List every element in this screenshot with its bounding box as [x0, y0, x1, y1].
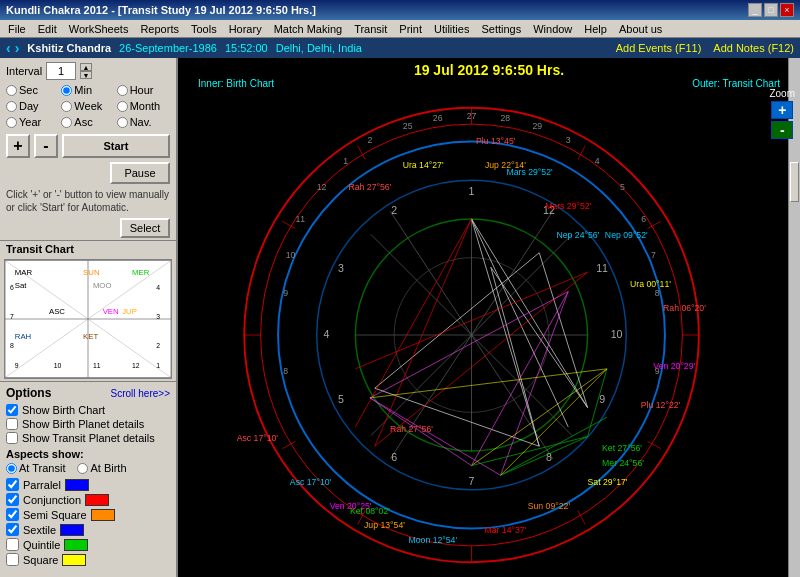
aspect-sextile: Sextile [6, 523, 170, 536]
menu-print[interactable]: Print [393, 22, 428, 36]
pause-row: Pause [0, 162, 176, 186]
menu-help[interactable]: Help [578, 22, 613, 36]
svg-text:Rah 06°20': Rah 06°20' [663, 303, 706, 313]
scroll-here-link[interactable]: Scroll here>> [111, 388, 170, 399]
show-transit-planet-checkbox[interactable] [6, 432, 18, 444]
svg-text:9: 9 [283, 288, 288, 298]
svg-text:6: 6 [10, 284, 14, 291]
radio-asc[interactable]: Asc [61, 116, 114, 128]
interval-input[interactable] [46, 62, 76, 80]
show-transit-planet-option: Show Transit Planet details [6, 432, 170, 444]
svg-text:MER: MER [132, 268, 150, 277]
svg-text:10: 10 [286, 250, 296, 260]
radio-day[interactable]: Day [6, 100, 59, 112]
radio-sec[interactable]: Sec [6, 84, 59, 96]
semisquare-checkbox[interactable] [6, 508, 19, 521]
spin-down-button[interactable]: ▼ [80, 71, 92, 79]
select-row: Select [0, 216, 176, 240]
menu-file[interactable]: File [2, 22, 32, 36]
spin-up-button[interactable]: ▲ [80, 63, 92, 71]
show-birth-planet-option: Show Birth Planet details [6, 418, 170, 430]
svg-text:MAR: MAR [15, 268, 33, 277]
nav-forward-button[interactable]: › [15, 40, 20, 56]
radio-nav[interactable]: Nav. [117, 116, 170, 128]
menu-reports[interactable]: Reports [134, 22, 185, 36]
svg-text:Plu 13°45': Plu 13°45' [476, 136, 516, 146]
astro-chart-svg: 1 2 3 4 5 6 7 8 9 10 11 12 27 28 29 26 2… [188, 98, 755, 572]
radio-hour[interactable]: Hour [117, 84, 170, 96]
btn-row: + - Start [0, 130, 176, 162]
svg-text:Jup 13°54': Jup 13°54' [364, 520, 405, 530]
aspects-label: Aspects show: [6, 448, 170, 460]
menu-utilities[interactable]: Utilities [428, 22, 475, 36]
add-notes-button[interactable]: Add Notes (F12) [713, 42, 794, 54]
show-transit-planet-label: Show Transit Planet details [22, 432, 155, 444]
sextile-checkbox[interactable] [6, 523, 19, 536]
svg-text:12: 12 [317, 182, 327, 192]
radio-group-row2: Day Week Month [0, 98, 176, 114]
square-color [62, 554, 86, 566]
menu-settings[interactable]: Settings [475, 22, 527, 36]
radio-month[interactable]: Month [117, 100, 170, 112]
minus-button[interactable]: - [34, 134, 58, 158]
parralel-label: Parralel [23, 479, 61, 491]
show-birth-chart-checkbox[interactable] [6, 404, 18, 416]
close-button[interactable]: × [780, 3, 794, 17]
quintile-label: Quintile [23, 539, 60, 551]
show-birth-chart-label: Show Birth Chart [22, 404, 105, 416]
zoom-box: Zoom + - [769, 88, 795, 139]
parralel-checkbox[interactable] [6, 478, 19, 491]
menu-matchmaking[interactable]: Match Making [268, 22, 348, 36]
select-button[interactable]: Select [120, 218, 170, 238]
menu-transit[interactable]: Transit [348, 22, 393, 36]
svg-text:Nep 24°56': Nep 24°56' [557, 230, 600, 240]
menu-bar: File Edit WorkSheets Reports Tools Horar… [0, 20, 800, 38]
plus-button[interactable]: + [6, 134, 30, 158]
birth-time: 15:52:00 [225, 42, 268, 54]
menu-tools[interactable]: Tools [185, 22, 223, 36]
radio-min[interactable]: Min [61, 84, 114, 96]
mini-chart-svg: MAR SUN MER Sat MOO ASC VEN JUP RAH KET … [5, 260, 171, 378]
outer-label: Outer: Transit Chart [692, 78, 780, 89]
svg-text:Nep 09°52': Nep 09°52' [605, 230, 648, 240]
radio-year[interactable]: Year [6, 116, 59, 128]
svg-text:3: 3 [156, 313, 160, 320]
at-transit-radio[interactable]: At Transit [6, 462, 65, 474]
chart-title: 19 Jul 2012 9:6:50 Hrs. [178, 58, 800, 78]
nav-back-button[interactable]: ‹ [6, 40, 11, 56]
menu-edit[interactable]: Edit [32, 22, 63, 36]
minimize-button[interactable]: _ [748, 3, 762, 17]
pause-button[interactable]: Pause [110, 162, 170, 184]
menu-window[interactable]: Window [527, 22, 578, 36]
person-name: Kshitiz Chandra [27, 42, 111, 54]
quintile-checkbox[interactable] [6, 538, 19, 551]
add-events-button[interactable]: Add Events (F11) [616, 42, 702, 54]
menu-horary[interactable]: Horary [223, 22, 268, 36]
svg-text:10: 10 [611, 328, 623, 340]
options-header: Options Scroll here>> [6, 386, 170, 400]
maximize-button[interactable]: □ [764, 3, 778, 17]
zoom-out-button[interactable]: - [771, 121, 793, 139]
svg-text:Ura 00°11': Ura 00°11' [630, 279, 671, 289]
show-birth-planet-checkbox[interactable] [6, 418, 18, 430]
start-button[interactable]: Start [62, 134, 170, 158]
aspect-radio-row: At Transit At Birth [6, 462, 170, 474]
conjunction-checkbox[interactable] [6, 493, 19, 506]
zoom-in-button[interactable]: + [771, 101, 793, 119]
svg-text:MOO: MOO [93, 281, 112, 290]
square-checkbox[interactable] [6, 553, 19, 566]
aspect-parralel: Parralel [6, 478, 170, 491]
svg-text:5: 5 [338, 393, 344, 405]
svg-text:2: 2 [391, 204, 397, 216]
scroll-thumb[interactable] [790, 162, 799, 202]
radio-week[interactable]: Week [61, 100, 114, 112]
options-section: Options Scroll here>> Show Birth Chart S… [0, 381, 176, 577]
svg-text:5: 5 [620, 182, 625, 192]
window-controls: _ □ × [748, 3, 794, 17]
menu-worksheets[interactable]: WorkSheets [63, 22, 135, 36]
svg-text:25: 25 [403, 121, 413, 131]
menu-about[interactable]: About us [613, 22, 668, 36]
at-birth-radio[interactable]: At Birth [77, 462, 126, 474]
svg-text:4: 4 [156, 284, 160, 291]
svg-text:2: 2 [368, 135, 373, 145]
